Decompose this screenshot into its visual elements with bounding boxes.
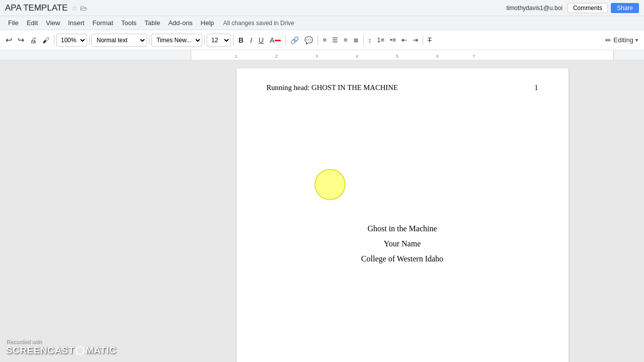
- redo-button[interactable]: ↪: [15, 33, 27, 48]
- font-color-button[interactable]: A: [267, 33, 283, 47]
- toolbar-divider-4: [204, 35, 205, 45]
- toolbar-divider-5: [233, 35, 233, 45]
- running-head-text: Running head: GHOST IN THE MACHINE: [267, 83, 398, 92]
- menu-insert[interactable]: Insert: [64, 18, 89, 28]
- font-selector[interactable]: Times New... Arial Georgia: [151, 34, 202, 47]
- link-button[interactable]: 🔗: [288, 33, 301, 47]
- underline-button[interactable]: U: [256, 33, 267, 47]
- user-email: timothydavis1@u.boi: [506, 5, 562, 12]
- justify-button[interactable]: ≣: [351, 33, 361, 47]
- italic-button[interactable]: I: [247, 33, 255, 47]
- menu-table[interactable]: Table: [140, 18, 164, 28]
- folder-icon[interactable]: 🗁: [80, 4, 87, 12]
- fontsize-selector[interactable]: 12 10 14 16: [207, 34, 231, 47]
- page-number: 1: [534, 83, 538, 92]
- toolbar-divider-8: [363, 35, 364, 45]
- menu-file[interactable]: File: [4, 18, 23, 28]
- toolbar-divider-1: [54, 35, 54, 45]
- menu-help[interactable]: Help: [197, 18, 218, 28]
- line-spacing-button[interactable]: ↕: [366, 33, 374, 47]
- ruler-mark-6: 6: [436, 54, 439, 59]
- unordered-list-button[interactable]: •≡: [387, 33, 398, 47]
- style-selector[interactable]: Normal text Heading 1 Heading 2 Title: [92, 34, 147, 47]
- align-center-button[interactable]: ☰: [330, 33, 341, 47]
- doc-title: APA TEMPLATE: [5, 3, 68, 13]
- comment-button[interactable]: 💬: [302, 33, 315, 47]
- bold-button[interactable]: B: [235, 33, 247, 47]
- format-paint-button[interactable]: 🖌: [40, 33, 52, 48]
- ruler-mark-4: 4: [356, 54, 358, 59]
- cursor-indicator: [314, 169, 346, 200]
- comments-button[interactable]: Comments: [568, 3, 608, 13]
- menu-tools[interactable]: Tools: [117, 18, 140, 28]
- menu-view[interactable]: View: [42, 18, 64, 28]
- editing-mode-indicator[interactable]: ✏ Editing ▾: [605, 36, 638, 44]
- share-button[interactable]: Share: [611, 3, 639, 13]
- autosave-status: All changes saved in Drive: [223, 20, 294, 27]
- ruler-mark-3: 3: [315, 54, 318, 59]
- editing-mode-label: Editing: [613, 36, 633, 44]
- toolbar-divider-2: [89, 35, 90, 45]
- ruler-mark-2: 2: [275, 54, 278, 59]
- pencil-icon: ✏: [605, 36, 611, 44]
- brand-text-1: SCREENCAST: [6, 345, 74, 356]
- chevron-down-icon: ▾: [635, 37, 638, 43]
- toolbar-divider-7: [317, 35, 318, 45]
- undo-button[interactable]: ↩: [3, 33, 15, 48]
- paper-title: Ghost in the Machine: [367, 224, 437, 233]
- left-panel: [0, 60, 160, 362]
- decrease-indent-button[interactable]: ⇤: [399, 33, 410, 47]
- recorded-with-label: Recorded with: [6, 338, 116, 344]
- align-left-button[interactable]: ≡: [320, 33, 329, 47]
- ordered-list-button[interactable]: 1≡: [374, 33, 387, 47]
- watermark: Recorded with SCREENCAST MATIC: [6, 338, 116, 356]
- increase-indent-button[interactable]: ⇥: [410, 33, 421, 47]
- brand-text-2: MATIC: [86, 345, 116, 356]
- align-right-button[interactable]: ≡: [341, 33, 350, 47]
- institution-name: College of Western Idaho: [361, 254, 443, 263]
- toolbar-divider-3: [149, 35, 149, 45]
- brand-name: SCREENCAST MATIC: [6, 345, 116, 356]
- ruler-mark-7: 7: [472, 54, 475, 59]
- brand-circle-icon: [75, 346, 85, 355]
- running-head: Running head: GHOST IN THE MACHINE 1: [267, 83, 538, 92]
- zoom-selector[interactable]: 100% 75% 150%: [56, 34, 87, 47]
- ruler-mark-1: 1: [235, 54, 237, 59]
- menu-edit[interactable]: Edit: [23, 18, 42, 28]
- author-name: Your Name: [384, 239, 421, 248]
- menu-addons[interactable]: Add-ons: [164, 18, 196, 28]
- title-page-content: Ghost in the Machine Your Name College o…: [267, 224, 538, 263]
- ruler-mark-5: 5: [396, 54, 398, 59]
- star-icon[interactable]: ☆: [71, 4, 77, 12]
- print-button[interactable]: 🖨: [27, 33, 39, 48]
- toolbar-divider-6: [285, 35, 286, 45]
- clear-format-button[interactable]: T̶: [425, 33, 434, 47]
- ruler-bar: [191, 50, 614, 60]
- toolbar-divider-9: [423, 35, 423, 45]
- document-area[interactable]: Running head: GHOST IN THE MACHINE 1 Gho…: [160, 60, 644, 362]
- menu-format[interactable]: Format: [89, 18, 117, 28]
- document-page[interactable]: Running head: GHOST IN THE MACHINE 1 Gho…: [236, 68, 569, 362]
